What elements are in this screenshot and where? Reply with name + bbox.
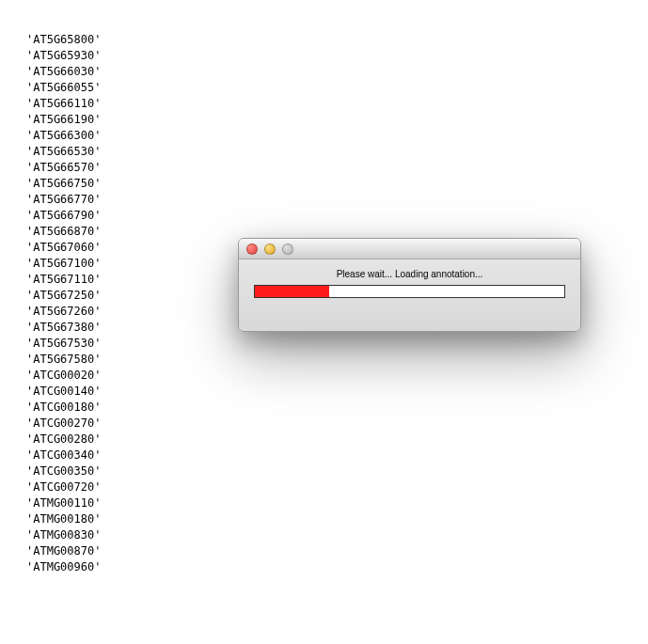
gene-id: 'ATCG00340' <box>26 448 648 463</box>
gene-id: 'ATMG00960' <box>26 559 648 575</box>
gene-id: 'AT5G67530' <box>26 336 648 352</box>
gene-id: 'ATCG00020' <box>26 368 648 384</box>
gene-id: 'AT5G66750' <box>26 176 648 192</box>
gene-id: 'ATCG00180' <box>26 400 648 416</box>
gene-id: 'AT5G66530' <box>26 144 648 160</box>
dialog-body: Please wait... Loading annotation... <box>239 259 580 311</box>
progress-dialog: Please wait... Loading annotation... <box>238 238 581 332</box>
gene-id: 'AT5G66790' <box>26 208 648 224</box>
gene-id: 'ATMG00830' <box>26 527 648 543</box>
close-icon[interactable] <box>246 243 258 255</box>
gene-id: 'AT5G66190' <box>26 112 648 128</box>
gene-id: 'AT5G66300' <box>26 128 648 144</box>
gene-id: 'AT5G67580' <box>26 352 648 368</box>
gene-id: 'ATMG00180' <box>26 511 648 527</box>
dialog-message: Please wait... Loading annotation... <box>254 269 565 279</box>
blank-line <box>8 607 648 623</box>
progress-fill <box>255 286 329 297</box>
gene-id: 'AT5G66770' <box>26 192 648 208</box>
gene-id: 'ATCG00350' <box>26 463 648 479</box>
zoom-icon[interactable] <box>282 243 293 255</box>
gene-id: 'ATCG00280' <box>26 432 648 448</box>
gene-id: 'ATCG00720' <box>26 479 648 495</box>
dialog-titlebar <box>239 239 580 259</box>
gene-id: 'AT5G66030' <box>26 64 648 80</box>
gene-id: 'AT5G65930' <box>26 48 648 64</box>
minimize-icon[interactable] <box>264 243 276 255</box>
gene-id: 'ATMG00110' <box>26 495 648 511</box>
gene-id: 'AT5G65800' <box>26 32 648 48</box>
gene-id: 'ATMG00870' <box>26 543 648 559</box>
progress-bar <box>254 285 565 298</box>
gene-id: 'ATCG00140' <box>26 384 648 400</box>
gene-id: 'AT5G66110' <box>26 96 648 112</box>
gene-id: 'ATCG00270' <box>26 416 648 432</box>
gene-id: 'AT5G66570' <box>26 160 648 176</box>
gene-id: 'AT5G66055' <box>26 80 648 96</box>
